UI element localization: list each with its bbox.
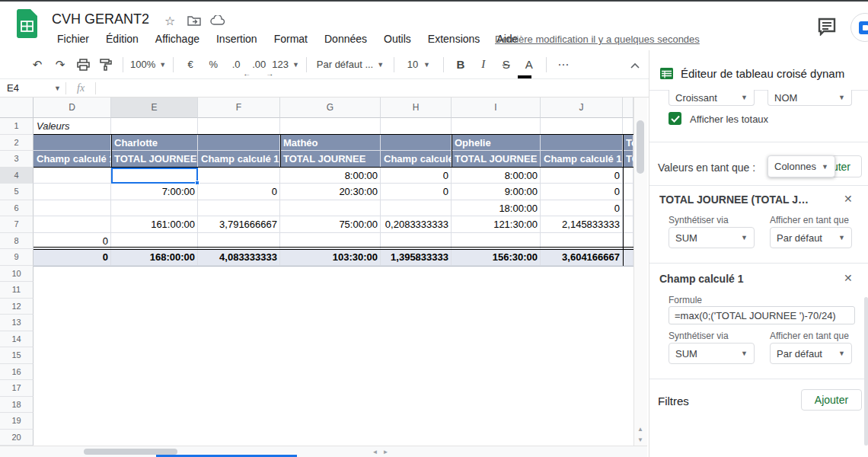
zoom-select[interactable]: 100%▼ — [130, 55, 166, 75]
spreadsheet-grid[interactable]: DEFGHIJ123456789101112131415161718192021… — [0, 97, 647, 446]
cell-H3[interactable]: Champ calculé 1 — [381, 151, 452, 168]
row-header-4[interactable]: 4 — [0, 168, 34, 184]
column-header-H[interactable]: H — [381, 97, 452, 118]
move-folder-icon[interactable] — [187, 15, 201, 26]
show-totals-checkbox[interactable] — [669, 112, 681, 125]
font-family-select[interactable]: Par défaut ...▼ — [314, 55, 387, 75]
cell-J6[interactable]: 0 — [541, 200, 623, 217]
format-percent-icon[interactable]: % — [203, 55, 223, 75]
row-header-10[interactable]: 10 — [0, 266, 34, 283]
cell-F9[interactable]: 4,083333333 — [198, 249, 280, 266]
cell-H9[interactable]: 1,395833333 — [381, 249, 452, 266]
row-header-12[interactable]: 12 — [0, 299, 34, 315]
decrease-decimals-icon[interactable]: .0← — [226, 55, 246, 75]
cell-G5[interactable]: 20:30:00 — [280, 184, 381, 200]
cell-G3[interactable]: TOTAL JOURNEE — [280, 151, 381, 168]
comments-icon[interactable] — [817, 18, 837, 36]
row-header-14[interactable]: 14 — [0, 331, 34, 348]
summarize-select[interactable]: SUM▼ — [669, 343, 755, 364]
cell-F5[interactable]: 0 — [198, 184, 280, 200]
cell-I3[interactable]: TOTAL JOURNEE — [452, 151, 541, 168]
row-header-9[interactable]: 9 — [0, 249, 34, 266]
cell-H5[interactable]: 0 — [381, 184, 452, 200]
cell-D1[interactable]: Valeurs — [34, 118, 111, 135]
row-header-11[interactable]: 11 — [0, 282, 34, 299]
cell-I5[interactable]: 9:00:00 — [452, 184, 541, 200]
cell-D9[interactable]: 0 — [34, 249, 111, 266]
cloud-status-icon[interactable] — [210, 15, 225, 26]
cell-F7[interactable]: 3,791666667 — [198, 216, 280, 233]
row-header-15[interactable]: 15 — [0, 347, 34, 364]
cell-H4[interactable]: 0 — [381, 168, 452, 184]
cell-D3[interactable]: Champ calculé 1 — [34, 151, 111, 168]
sheets-logo-icon[interactable] — [17, 9, 37, 38]
add-filter-button[interactable]: Ajouter — [801, 389, 862, 411]
row-header-13[interactable]: 13 — [0, 315, 34, 331]
scroll-left-icon[interactable]: ◄ — [370, 448, 380, 455]
text-color-icon[interactable]: A — [519, 55, 539, 75]
last-modified-link[interactable]: Dernière modification il y a quelques se… — [495, 34, 700, 45]
row-header-19[interactable]: 19 — [0, 413, 34, 430]
row-header-3[interactable]: 3 — [0, 151, 34, 168]
italic-icon[interactable]: I — [474, 55, 493, 75]
more-toolbar-icon[interactable]: ⋯ — [554, 55, 573, 75]
cell-E3[interactable]: TOTAL JOURNEE — [111, 151, 198, 168]
row-header-5[interactable]: 5 — [0, 184, 34, 200]
document-title[interactable]: CVH GERANT2 — [52, 11, 149, 27]
remove-value-field-icon[interactable]: ✕ — [844, 193, 853, 205]
undo-icon[interactable]: ↶ — [27, 55, 47, 75]
column-header-clipped[interactable] — [623, 97, 633, 118]
menu-item-edition[interactable]: Édition — [99, 32, 145, 49]
cell-J9[interactable]: 3,604166667 — [541, 249, 623, 266]
cell-I7[interactable]: 121:30:00 — [452, 216, 541, 233]
cell-I4[interactable]: 8:00:00 — [452, 168, 541, 184]
font-size-select[interactable]: 10▼ — [401, 55, 436, 75]
row-header-18[interactable]: 18 — [0, 397, 34, 414]
sort-order-select[interactable]: Croissant▼ — [669, 90, 755, 106]
name-box[interactable]: E4 ▼ — [0, 79, 65, 97]
row-header-8[interactable]: 8 — [0, 233, 34, 250]
menu-item-extensions[interactable]: Extensions — [421, 32, 487, 49]
values-as-select[interactable]: Colonnes▼ — [767, 155, 835, 177]
cell-E5[interactable]: 7:00:00 — [111, 184, 198, 200]
row-header-16[interactable]: 16 — [0, 364, 34, 381]
column-header-F[interactable]: F — [198, 97, 280, 118]
cell-I6[interactable]: 18:00:00 — [452, 200, 541, 217]
paint-format-icon[interactable] — [96, 55, 116, 75]
cell-G9[interactable]: 103:30:00 — [280, 249, 381, 266]
grid-corner[interactable] — [0, 97, 34, 118]
cell-I9[interactable]: 156:30:00 — [452, 249, 541, 266]
cell-F3[interactable]: Champ calculé 1 — [198, 151, 280, 168]
calculated-field-formula-input[interactable]: =max(0;('TOTAL JOURNEE ')-70/24) — [669, 306, 855, 324]
menu-item-donnees[interactable]: Données — [318, 32, 374, 49]
column-header-I[interactable]: I — [452, 97, 541, 118]
vertical-scrollbar-thumb[interactable] — [637, 120, 644, 174]
bold-icon[interactable]: B — [451, 55, 471, 75]
show-as-select[interactable]: Par défaut▼ — [770, 227, 852, 248]
column-header-D[interactable]: D — [34, 97, 111, 118]
scroll-right-icon[interactable]: ► — [381, 448, 391, 455]
number-format-menu[interactable]: 123▼ — [272, 55, 299, 75]
cell-J5[interactable]: 0 — [541, 184, 623, 200]
scroll-down-icon[interactable]: ▼ — [635, 434, 646, 445]
cell-K3[interactable]: TO — [623, 151, 633, 168]
cell-K2[interactable]: Tot — [623, 135, 633, 152]
menu-item-insertion[interactable]: Insertion — [209, 32, 264, 49]
redo-icon[interactable]: ↷ — [50, 55, 70, 75]
column-header-J[interactable]: J — [541, 97, 623, 118]
formula-input[interactable] — [96, 79, 649, 97]
print-icon[interactable] — [73, 55, 93, 75]
row-header-6[interactable]: 6 — [0, 200, 34, 217]
sort-field-select[interactable]: NOM▼ — [767, 90, 852, 106]
strikethrough-icon[interactable]: S — [496, 55, 516, 75]
cell-H7[interactable]: 0,2083333333 — [381, 216, 452, 233]
menu-item-outils[interactable]: Outils — [377, 32, 418, 49]
cell-G4[interactable]: 8:00:00 — [280, 168, 381, 184]
cell-G2[interactable]: Mathéo — [280, 135, 381, 152]
column-header-G[interactable]: G — [280, 97, 381, 118]
row-header-7[interactable]: 7 — [0, 216, 34, 233]
row-header-20[interactable]: 20 — [0, 430, 34, 446]
menu-item-affichage[interactable]: Affichage — [148, 32, 206, 49]
cell-G7[interactable]: 75:00:00 — [280, 216, 381, 233]
increase-decimals-icon[interactable]: .00→ — [249, 55, 269, 75]
